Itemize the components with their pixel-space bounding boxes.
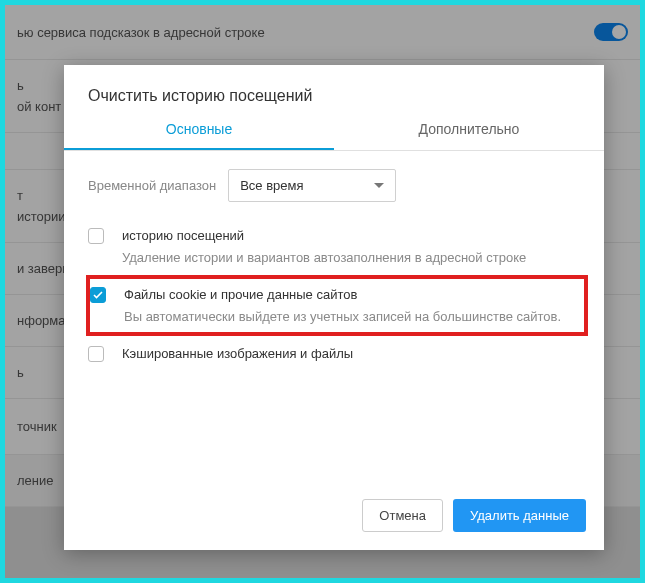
checkbox-cached-images[interactable]: [88, 346, 104, 362]
chevron-down-icon: [374, 183, 384, 188]
cancel-button[interactable]: Отмена: [362, 499, 443, 532]
option-browsing-history: историю посещений Удаление истории и вар…: [86, 218, 588, 275]
tab-advanced[interactable]: Дополнительно: [334, 121, 604, 150]
time-range-select[interactable]: Все время: [228, 169, 396, 202]
clear-options-list: историю посещений Удаление истории и вар…: [64, 212, 604, 485]
checkbox-browsing-history[interactable]: [88, 228, 104, 244]
checkbox-cookies[interactable]: [90, 287, 106, 303]
option-cookies: Файлы cookie и прочие данные сайтов Вы а…: [86, 275, 588, 336]
time-range-row: Временной диапазон Все время: [64, 151, 604, 212]
time-range-label: Временной диапазон: [88, 178, 216, 193]
tabs: Основные Дополнительно: [64, 121, 604, 151]
tab-basic[interactable]: Основные: [64, 121, 334, 150]
time-range-value: Все время: [240, 178, 303, 193]
option-title: Файлы cookie и прочие данные сайтов: [124, 285, 561, 305]
option-desc: Удаление истории и вариантов автозаполне…: [122, 248, 526, 268]
check-icon: [93, 291, 103, 299]
option-desc: Вы автоматически выйдете из учетных запи…: [124, 307, 561, 327]
option-title: историю посещений: [122, 226, 526, 246]
dialog-footer: Отмена Удалить данные: [64, 485, 604, 550]
clear-data-button[interactable]: Удалить данные: [453, 499, 586, 532]
option-cached-images: Кэшированные изображения и файлы: [86, 336, 588, 372]
clear-history-dialog: Очистить историю посещений Основные Допо…: [64, 65, 604, 550]
option-title: Кэшированные изображения и файлы: [122, 344, 353, 364]
dialog-title: Очистить историю посещений: [64, 65, 604, 121]
